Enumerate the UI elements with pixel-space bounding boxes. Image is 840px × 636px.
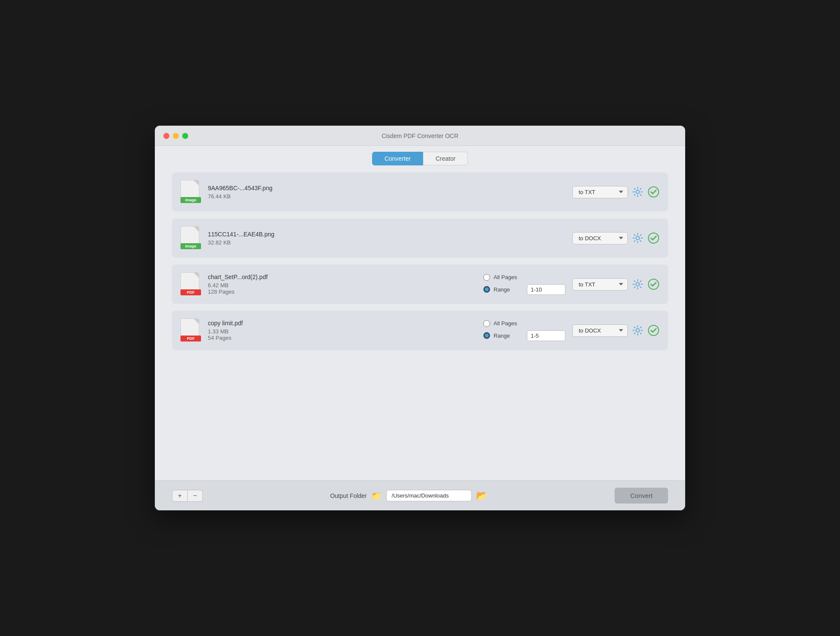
settings-icon-3[interactable] [632,279,643,290]
range-radio-3[interactable] [483,286,490,293]
svg-point-2 [636,236,639,240]
tab-creator[interactable]: Creator [423,152,468,165]
file-info-4: copy limit.pdf 1.33 MB 54 Pages [208,320,468,341]
file-badge-3: PDF [180,289,201,295]
range-radio-4[interactable] [483,332,490,339]
list-item: Image 115CC141-...EAE4B.png 32.82 KB to … [172,218,668,258]
titlebar: Cisdem PDF Converter OCR [155,126,685,146]
output-folder-section: Output Folder 📁 📂 [330,490,488,501]
maximize-button[interactable] [182,133,188,139]
file-badge-2: Image [180,243,201,249]
svg-point-0 [636,190,639,194]
all-pages-row-4: All Pages [483,320,565,327]
svg-point-7 [648,325,659,336]
file-controls-3: to TXT to DOCX to PDF [572,278,660,291]
settings-icon-1[interactable] [632,186,643,197]
close-button[interactable] [163,133,169,139]
file-name-1: 9AA965BC-...4543F.png [208,185,565,191]
svg-point-4 [636,283,639,286]
file-controls-4: to DOCX to TXT to PDF [572,324,660,337]
svg-point-6 [636,329,639,332]
file-pages-3: 128 Pages [208,289,468,295]
remove-button[interactable]: − [187,490,203,502]
range-row-4: Range [483,330,565,341]
file-badge-1: Image [180,197,201,203]
tab-converter[interactable]: Converter [372,152,423,165]
minimize-button[interactable] [173,133,179,139]
file-icon-3: PDF [180,272,201,296]
settings-icon-4[interactable] [632,325,643,336]
range-input-4[interactable] [527,330,565,341]
file-size-2: 32.82 KB [208,239,565,246]
window-controls [163,133,188,139]
file-name-3: chart_SetP...ord(2).pdf [208,274,468,280]
format-select-3[interactable]: to TXT to DOCX to PDF [572,278,628,291]
file-icon-4: PDF [180,318,201,342]
file-size-3: 6.42 MB [208,282,468,289]
file-info-2: 115CC141-...EAE4B.png 32.82 KB [208,231,565,246]
tab-bar: Converter Creator [155,146,685,172]
folder-icon: 📁 [371,491,382,501]
format-select-4[interactable]: to DOCX to TXT to PDF [572,324,628,337]
add-remove-controls: + − [172,490,203,502]
check-icon-3 [648,278,660,290]
file-name-4: copy limit.pdf [208,320,468,327]
file-controls-1: to TXT to DOCX to PDF [572,186,660,198]
add-button[interactable]: + [172,490,187,502]
browse-icon[interactable]: 📂 [476,490,488,501]
file-size-1: 76.44 KB [208,193,565,200]
page-options-3: All Pages Range [483,274,565,295]
all-pages-radio-4[interactable] [483,320,490,327]
folder-path-input[interactable] [386,490,472,501]
file-badge-4: PDF [180,336,201,342]
list-item: Image 9AA965BC-...4543F.png 76.44 KB to … [172,172,668,212]
range-row-3: Range [483,284,565,295]
file-name-2: 115CC141-...EAE4B.png [208,231,565,238]
range-input-3[interactable] [527,284,565,295]
file-icon-2: Image [180,226,201,250]
all-pages-radio-3[interactable] [483,274,490,281]
file-controls-2: to DOCX to TXT to PDF [572,232,660,244]
settings-icon-2[interactable] [632,233,643,244]
file-list: Image 9AA965BC-...4543F.png 76.44 KB to … [155,172,685,480]
svg-point-1 [648,187,659,197]
list-item: PDF copy limit.pdf 1.33 MB 54 Pages All … [172,311,668,350]
file-size-4: 1.33 MB [208,328,468,335]
range-label-3: Range [494,286,524,293]
bottom-bar: + − Output Folder 📁 📂 Convert [155,480,685,510]
all-pages-label-3: All Pages [494,274,524,280]
check-icon-1 [648,186,660,198]
svg-point-5 [648,279,659,289]
all-pages-label-4: All Pages [494,320,524,327]
list-item: PDF chart_SetP...ord(2).pdf 6.42 MB 128 … [172,265,668,304]
format-select-1[interactable]: to TXT to DOCX to PDF [572,186,628,198]
output-folder-label: Output Folder [330,492,367,499]
svg-point-3 [648,233,659,243]
convert-button[interactable]: Convert [615,488,668,504]
check-icon-2 [648,232,660,244]
app-title: Cisdem PDF Converter OCR [382,132,458,139]
file-info-3: chart_SetP...ord(2).pdf 6.42 MB 128 Page… [208,274,468,295]
range-label-4: Range [494,333,524,339]
file-icon-1: Image [180,180,201,204]
page-options-4: All Pages Range [483,320,565,341]
file-pages-4: 54 Pages [208,335,468,341]
file-info-1: 9AA965BC-...4543F.png 76.44 KB [208,185,565,200]
check-icon-4 [648,324,660,336]
all-pages-row-3: All Pages [483,274,565,281]
format-select-2[interactable]: to DOCX to TXT to PDF [572,232,628,244]
app-window: Cisdem PDF Converter OCR Converter Creat… [155,126,685,510]
